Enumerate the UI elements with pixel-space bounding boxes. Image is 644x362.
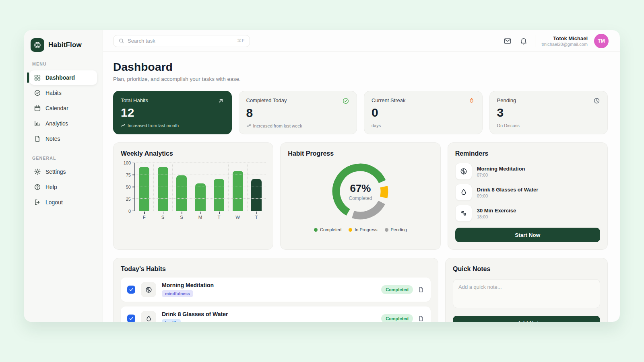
sidebar-section-menu: MENU (32, 62, 97, 66)
reminders-title: Reminders (455, 150, 600, 157)
weekly-analytics-title: Weekly Analytics (121, 150, 266, 157)
habit-tag: health (162, 319, 181, 322)
sidebar-item-label: Calendar (45, 105, 68, 111)
bell-icon[interactable] (519, 36, 528, 46)
reminder-time: 18:00 (477, 214, 516, 219)
reminder-name: Drink 8 Glasses of Water (477, 187, 539, 193)
habit-checkbox-checked[interactable] (127, 286, 135, 294)
habit-tag: mindfulness (162, 290, 193, 297)
brand-name: HabitFlow (48, 41, 82, 49)
add-note-button[interactable]: + Add Note (453, 316, 600, 322)
bar (251, 179, 262, 211)
sidebar-item-analytics[interactable]: Analytics (30, 116, 97, 131)
stat-value: 12 (121, 106, 224, 119)
habit-checkbox-checked[interactable] (127, 315, 135, 322)
habit-row: Morning Meditation mindfulness Completed (121, 278, 431, 302)
sidebar-item-notes[interactable]: Notes (30, 132, 97, 146)
legend-dot-in-progress (349, 228, 352, 232)
stat-label: Completed Today (246, 97, 287, 103)
brain-icon (455, 163, 472, 180)
page-subtitle: Plan, prioritize, and accomplish your ta… (113, 76, 608, 82)
bar (176, 175, 187, 211)
bar (195, 183, 206, 211)
trending-up-icon (121, 123, 126, 128)
sidebar-item-calendar[interactable]: Calendar (30, 101, 97, 115)
x-tick-label: S (153, 215, 172, 220)
sidebar-item-dashboard[interactable]: Dashboard (30, 70, 97, 85)
habit-name: Drink 8 Glasses of Water (162, 311, 228, 317)
sidebar-item-help[interactable]: Help (30, 180, 97, 194)
logout-icon (34, 199, 41, 206)
stat-card-completed-today: Completed Today 8 Increased from last we… (239, 91, 357, 134)
stat-card-pending: Pending 3 On Discuss (489, 91, 608, 134)
user-info: Totok Michael tmichael20@gmail.com (542, 35, 588, 47)
bar (214, 179, 224, 211)
habit-progress-title: Habit Progress (288, 150, 433, 157)
avatar[interactable]: TM (594, 34, 609, 48)
search-icon (118, 38, 124, 44)
weekly-analytics-panel: Weekly Analytics 0255075100 FSSMTWT (113, 142, 273, 250)
stat-cards-row: Total Habits 12 Increased from last mont… (113, 91, 608, 134)
stat-card-current-streak: Current Streak 0 days (364, 91, 483, 134)
x-tick-label: T (210, 215, 228, 220)
sidebar-item-label: Dashboard (45, 74, 75, 81)
todays-habits-panel: Today's Habits Morning Meditation mindfu… (113, 258, 438, 322)
legend-pending: Pending (385, 227, 407, 232)
y-tick-label: 25 (126, 197, 131, 202)
search-box[interactable]: ⌘F (113, 35, 250, 47)
topbar: ⌘F Totok Michael tmichael20@gmail.com (103, 30, 620, 52)
check-circle-icon (342, 97, 349, 105)
main-area: ⌘F Totok Michael tmichael20@gmail.com (103, 30, 620, 322)
stat-footnote: Increased from last month (128, 123, 179, 128)
mail-icon[interactable] (503, 36, 512, 46)
x-tick-label: F (135, 215, 153, 220)
check-circle-icon (34, 89, 41, 97)
bar (158, 167, 168, 211)
stat-label: Pending (497, 97, 516, 103)
y-tick-label: 50 (126, 185, 131, 189)
bar (233, 171, 243, 211)
stat-label: Current Streak (372, 97, 406, 103)
bar-chart-icon (34, 120, 41, 127)
topbar-divider (535, 35, 535, 47)
sidebar-item-label: Notes (45, 136, 60, 142)
start-now-button[interactable]: Start Now (455, 228, 600, 242)
app-window: HabitFlow MENU Dashboard Habits (24, 30, 620, 322)
status-badge: Completed (381, 314, 413, 322)
page-title: Dashboard (113, 61, 608, 74)
progress-percent: 67% (350, 182, 371, 195)
progress-donut-chart: 67% Completed (330, 161, 390, 222)
search-input[interactable] (128, 38, 234, 44)
note-icon[interactable] (418, 315, 424, 322)
habit-row: Drink 8 Glasses of Water health Complete… (121, 306, 431, 322)
file-icon (34, 135, 41, 142)
y-tick-label: 75 (126, 173, 131, 177)
dashboard-grid-icon (34, 74, 41, 81)
status-badge: Completed (381, 285, 413, 294)
bar-chart-plot (134, 163, 266, 211)
stat-value: 3 (497, 106, 601, 119)
sidebar-item-habits[interactable]: Habits (30, 86, 97, 100)
sidebar-item-logout[interactable]: Logout (30, 195, 97, 210)
sidebar-item-label: Habits (45, 90, 62, 96)
habit-name: Morning Meditation (162, 282, 214, 288)
donut-legend: Completed In Progress Pending (288, 227, 433, 232)
sidebar-item-settings[interactable]: Settings (30, 165, 97, 179)
sidebar-section-general: GENERAL (32, 156, 97, 160)
brain-icon (141, 282, 156, 297)
reminder-item: Drink 8 Glasses of Water 09:00 (455, 184, 600, 201)
stat-value: 0 (372, 106, 475, 119)
quick-notes-panel: Quick Notes + Add Note Felt really energ… (445, 258, 608, 322)
droplet-icon (455, 184, 472, 201)
habit-progress-panel: Habit Progress 67% Completed (280, 142, 440, 250)
calendar-icon (34, 105, 41, 112)
arrow-up-right-icon (217, 97, 224, 104)
stat-value: 8 (246, 106, 350, 120)
plus-icon: + (512, 320, 515, 322)
note-icon[interactable] (418, 286, 424, 293)
habitflow-target-icon (31, 38, 44, 52)
stat-footnote: Increased from last week (253, 123, 302, 128)
sidebar-item-label: Help (45, 184, 57, 190)
reminder-name: 30 Min Exercise (477, 208, 516, 214)
quick-note-input[interactable] (453, 279, 600, 308)
